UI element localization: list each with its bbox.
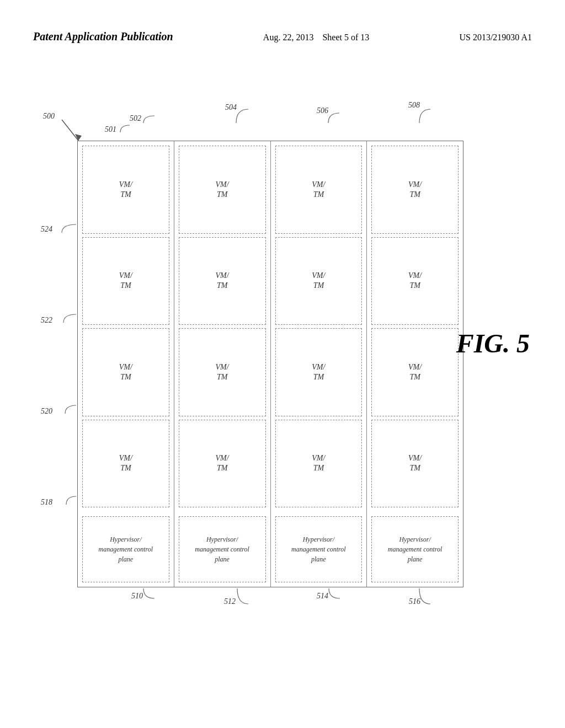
ref-520: 520 xyxy=(41,407,52,416)
column-4: VM/TM VM/TM VM/TM VM/TM Hyperviso xyxy=(367,141,463,587)
vm-box-col1-row4: VM/TM xyxy=(82,420,169,508)
vm-box-col4-row1: VM/TM xyxy=(371,146,459,234)
vm-section-col3: VM/TM VM/TM VM/TM VM/TM xyxy=(271,141,367,512)
header: Patent Application Publication Aug. 22, … xyxy=(0,30,565,43)
vm-box-col2-row2: VM/TM xyxy=(179,237,266,325)
ref-514: 514 xyxy=(317,592,328,601)
hypervisor-box-col4: Hypervisor/management controlplane xyxy=(371,516,459,582)
column-3: VM/TM VM/TM VM/TM VM/TM Hyperviso xyxy=(271,141,367,587)
vm-box-col4-row2: VM/TM xyxy=(371,237,459,325)
patent-number: US 2013/219030 A1 xyxy=(459,33,532,42)
ref-516: 516 xyxy=(409,597,420,606)
ref-512: 512 xyxy=(224,597,236,606)
outer-box: VM/TM VM/TM VM/TM VM/TM Hyperviso xyxy=(77,141,463,587)
ref-510: 510 xyxy=(131,592,143,601)
vm-box-col2-row1: VM/TM xyxy=(179,146,266,234)
ref-502: 502 xyxy=(130,114,141,123)
vm-box-col2-row3: VM/TM xyxy=(179,328,266,416)
vm-box-col2-row4: VM/TM xyxy=(179,420,266,508)
vm-box-col3-row3: VM/TM xyxy=(275,328,363,416)
vm-box-col3-row2: VM/TM xyxy=(275,237,363,325)
ref-522: 522 xyxy=(41,316,52,325)
svg-line-0 xyxy=(62,120,78,141)
vm-box-col4-row4: VM/TM xyxy=(371,420,459,508)
ref-504: 504 xyxy=(225,103,237,112)
vm-section-col2: VM/TM VM/TM VM/TM VM/TM xyxy=(174,141,270,512)
page: Patent Application Publication Aug. 22, … xyxy=(0,0,565,728)
vm-box-col1-row2: VM/TM xyxy=(82,237,169,325)
vm-section-col1: VM/TM VM/TM VM/TM VM/TM xyxy=(78,141,174,512)
ref-500: 500 xyxy=(43,112,55,121)
ref-508: 508 xyxy=(408,101,420,110)
ref-506: 506 xyxy=(317,106,328,115)
ref-518: 518 xyxy=(41,498,52,507)
vm-box-col1-row3: VM/TM xyxy=(82,328,169,416)
diagram: 500 501 502 504 506 508 524 522 520 518 … xyxy=(33,85,508,637)
publication-date-sheet: Aug. 22, 2013 Sheet 5 of 13 xyxy=(263,33,369,42)
vm-box-col3-row1: VM/TM xyxy=(275,146,363,234)
ref-501: 501 xyxy=(105,125,116,134)
ref-524: 524 xyxy=(41,225,52,234)
hypervisor-box-col3: Hypervisor/management controlplane xyxy=(275,516,363,582)
hypervisor-box-col2: Hypervisor/management controlplane xyxy=(179,516,266,582)
column-1: VM/TM VM/TM VM/TM VM/TM Hyperviso xyxy=(78,141,174,587)
publication-title: Patent Application Publication xyxy=(33,30,173,43)
vm-box-col3-row4: VM/TM xyxy=(275,420,363,508)
sheet-info: Sheet 5 of 13 xyxy=(322,33,369,42)
fig-label: FIG. 5 xyxy=(456,328,530,358)
pub-date: Aug. 22, 2013 xyxy=(263,33,314,42)
column-2: VM/TM VM/TM VM/TM VM/TM Hyperviso xyxy=(174,141,271,587)
columns-container: VM/TM VM/TM VM/TM VM/TM Hyperviso xyxy=(78,141,463,587)
vm-box-col1-row1: VM/TM xyxy=(82,146,169,234)
svg-marker-1 xyxy=(75,134,82,141)
vm-section-col4: VM/TM VM/TM VM/TM VM/TM xyxy=(367,141,463,512)
hypervisor-box-col1: Hypervisor/management controlplane xyxy=(82,516,169,582)
vm-box-col4-row3: VM/TM xyxy=(371,328,459,416)
